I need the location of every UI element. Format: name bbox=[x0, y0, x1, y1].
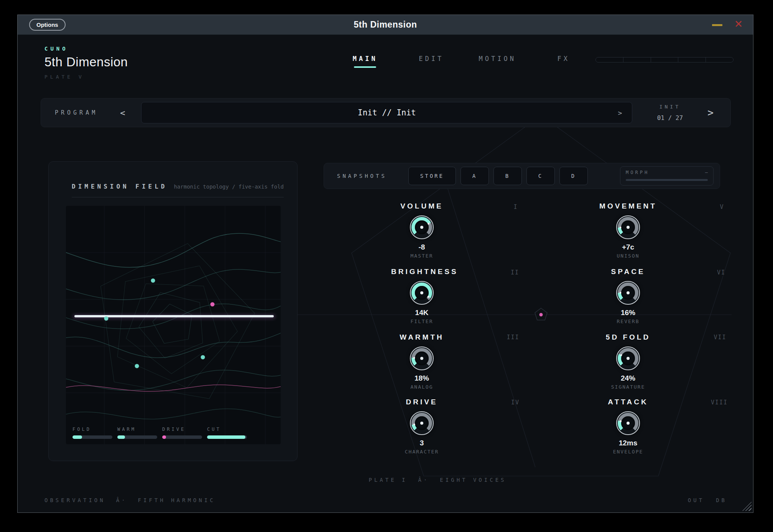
snapshot-c-button[interactable]: C bbox=[526, 167, 555, 185]
out-label: OUT bbox=[688, 497, 704, 503]
knob-label: MOVEMENT bbox=[597, 202, 659, 210]
program-bar: PROGRAM < Init // Init > INIT 01 / 27 > bbox=[41, 98, 731, 127]
branding: CUNO 5th Dimension PLATE V bbox=[44, 46, 128, 80]
maker-name: CUNO bbox=[44, 46, 128, 52]
movement-knob[interactable] bbox=[616, 215, 640, 239]
numeral-5: V bbox=[709, 204, 735, 210]
minimize-icon[interactable] bbox=[712, 24, 722, 26]
knob-cell-brightness: BRIGHTNESS 14K FILTER bbox=[391, 268, 452, 324]
tab-bar: MAIN EDIT MOTION FX bbox=[332, 55, 597, 68]
numeral-7: VII bbox=[707, 334, 734, 341]
field-dots bbox=[104, 279, 215, 368]
knob-label: VOLUME bbox=[391, 202, 452, 210]
snapshot-a-button[interactable]: A bbox=[461, 167, 489, 185]
knob-label: DRIVE bbox=[391, 398, 452, 406]
bank-name: INIT bbox=[632, 104, 707, 110]
tab-edit[interactable]: EDIT bbox=[398, 55, 465, 68]
program-label: PROGRAM bbox=[55, 109, 98, 116]
morph-control[interactable]: MORPH — bbox=[620, 166, 714, 186]
store-button[interactable]: STORE bbox=[408, 167, 456, 185]
meter-fill bbox=[162, 435, 166, 439]
knob-value: +7c bbox=[597, 243, 659, 251]
knob-sublabel: SIGNATURE bbox=[597, 384, 659, 390]
knob-sublabel: ANALOG bbox=[391, 384, 452, 390]
knob-label: WARMTH bbox=[391, 333, 452, 342]
brightness-knob[interactable] bbox=[410, 281, 434, 305]
window-title: 5th Dimension bbox=[18, 20, 753, 30]
numeral-3: III bbox=[500, 334, 526, 341]
program-prev-icon[interactable]: < bbox=[120, 108, 125, 118]
dimension-field-card: DIMENSION FIELD harmonic topology / five… bbox=[48, 161, 298, 461]
knob-cell-warmth: WARMTH 18% ANALOG bbox=[391, 333, 452, 390]
morph-value: — bbox=[705, 170, 708, 175]
knob-sublabel: CHARACTER bbox=[391, 449, 452, 455]
snapshots-bar: SNAPSHOTS STORE A B C D MORPH — bbox=[324, 163, 720, 189]
attack-knob[interactable] bbox=[616, 411, 640, 435]
knob-value: 18% bbox=[391, 374, 452, 383]
numeral-2: II bbox=[502, 269, 528, 276]
plugin-window: Options 5th Dimension ✕ CUNO 5th Dimensi… bbox=[17, 15, 753, 513]
close-icon[interactable]: ✕ bbox=[732, 18, 745, 30]
knob-label: BRIGHTNESS bbox=[391, 268, 452, 276]
meter-track bbox=[117, 435, 157, 439]
knob-label: SPACE bbox=[597, 268, 659, 276]
header-segment-meter bbox=[595, 57, 734, 62]
title-bar: Options 5th Dimension ✕ bbox=[18, 15, 753, 35]
divider bbox=[72, 197, 284, 197]
knob-value: 12ms bbox=[597, 439, 659, 447]
morph-label: MORPH bbox=[626, 170, 649, 175]
knob-cell-attack: ATTACK 12ms ENVELOPE bbox=[597, 398, 659, 455]
snapshot-b-button[interactable]: B bbox=[493, 167, 522, 185]
dimension-field-subtitle: harmonic topology / five-axis fold bbox=[174, 184, 284, 190]
dimension-field-title: DIMENSION FIELD bbox=[72, 183, 168, 190]
meter-warm[interactable]: WARM bbox=[117, 427, 157, 439]
meter-label: DRIVE bbox=[162, 427, 202, 432]
knob-cell-drive: DRIVE 3 CHARACTER bbox=[391, 398, 452, 455]
dimension-field-header: DIMENSION FIELD harmonic topology / five… bbox=[72, 183, 284, 190]
meter-drive[interactable]: DRIVE bbox=[162, 427, 202, 439]
scan-line bbox=[74, 315, 274, 317]
knob-value: 3 bbox=[391, 439, 452, 447]
knob-sublabel: MASTER bbox=[391, 253, 452, 259]
out-db-status: OUTDB bbox=[676, 497, 727, 503]
knob-sublabel: REVERB bbox=[597, 319, 659, 324]
dimension-field-canvas[interactable]: FOLD WARM DRIVE CUT bbox=[66, 206, 281, 444]
tab-motion[interactable]: MOTION bbox=[464, 55, 531, 68]
warmth-knob[interactable] bbox=[410, 346, 434, 370]
meter-track bbox=[72, 435, 112, 439]
program-display[interactable]: Init // Init > bbox=[141, 102, 632, 123]
volume-knob[interactable] bbox=[410, 215, 434, 239]
tab-fx[interactable]: FX bbox=[531, 55, 597, 68]
program-next-icon[interactable]: > bbox=[707, 107, 714, 118]
meter-fill bbox=[72, 435, 82, 439]
meter-cut[interactable]: CUT bbox=[207, 427, 247, 439]
numeral-1: I bbox=[502, 204, 529, 210]
knob-label: 5D FOLD bbox=[597, 333, 659, 342]
space-knob[interactable] bbox=[616, 281, 640, 305]
product-name: 5th Dimension bbox=[44, 55, 128, 69]
meter-track bbox=[207, 435, 247, 439]
numeral-6: VI bbox=[708, 269, 735, 276]
knob-label: ATTACK bbox=[597, 398, 659, 406]
tab-main[interactable]: MAIN bbox=[332, 55, 398, 68]
bank-index: 01 / 27 bbox=[632, 114, 707, 122]
observation-status: OBSERVATIONÂ·FIFTH HARMONIC bbox=[44, 497, 226, 503]
field-graph bbox=[66, 206, 281, 444]
drive-knob[interactable] bbox=[410, 411, 434, 435]
knob-cell-5d-fold: 5D FOLD 24% SIGNATURE bbox=[597, 333, 659, 390]
5d-fold-knob[interactable] bbox=[616, 346, 640, 370]
program-name: Init // Init bbox=[358, 108, 416, 117]
snapshot-d-button[interactable]: D bbox=[559, 167, 588, 185]
program-display-next-icon[interactable]: > bbox=[618, 109, 622, 117]
field-meters: FOLD WARM DRIVE CUT bbox=[72, 427, 257, 439]
knob-value: -8 bbox=[391, 243, 452, 251]
meter-fill bbox=[117, 435, 125, 439]
meter-fill bbox=[207, 435, 245, 439]
meter-fold[interactable]: FOLD bbox=[72, 427, 112, 439]
plate-voices-status: PLATE IÂ·EIGHT VOICES bbox=[361, 477, 514, 483]
morph-slider[interactable] bbox=[626, 179, 708, 181]
knob-cell-space: SPACE 16% REVERB bbox=[597, 268, 659, 324]
meter-label: FOLD bbox=[72, 427, 112, 432]
snapshots-label: SNAPSHOTS bbox=[337, 173, 387, 179]
knob-value: 24% bbox=[597, 374, 659, 383]
